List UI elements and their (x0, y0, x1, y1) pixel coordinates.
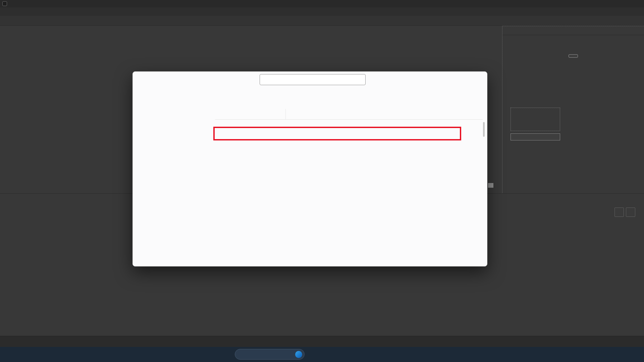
window-controls (598, 0, 644, 7)
resources-panel (502, 26, 644, 194)
hamburger-icon (140, 91, 145, 96)
menu-bar (0, 7, 644, 16)
task-manager-search-input[interactable] (260, 74, 366, 85)
bottom-tab-bar (0, 336, 644, 347)
table-header (215, 104, 483, 120)
bas-titlebar (0, 0, 644, 7)
annotation-highlight-box (213, 127, 461, 140)
log-menu-button[interactable] (626, 207, 635, 217)
close-button[interactable] (629, 0, 644, 7)
toolbar (0, 16, 644, 26)
scrollbar-grip[interactable] (488, 183, 493, 188)
task-manager-window-controls (441, 72, 487, 86)
system-tray[interactable] (591, 352, 612, 357)
minimize-button[interactable] (441, 72, 456, 86)
search-icon (264, 77, 269, 82)
volume-icon (599, 352, 604, 357)
bas-app-icon (2, 1, 7, 6)
resource-dropzone[interactable] (511, 108, 560, 131)
resources-panel-title (502, 26, 644, 35)
tray-expand-icon[interactable] (567, 352, 572, 357)
close-button[interactable] (472, 72, 487, 86)
divider (285, 109, 286, 119)
main-settings-button[interactable] (511, 133, 560, 140)
task-manager-window (132, 71, 487, 266)
search-icon (239, 352, 244, 357)
taskbar-search[interactable] (235, 349, 305, 360)
hamburger-icon (628, 210, 633, 215)
screen (0, 0, 644, 362)
task-manager-app-icon (142, 76, 148, 82)
wifi-icon (591, 352, 596, 357)
minimize-button[interactable] (598, 0, 613, 7)
log-search-button[interactable] (614, 207, 624, 217)
bing-icon (295, 351, 302, 358)
search-icon (617, 210, 622, 215)
taskbar (0, 347, 644, 362)
maximize-button[interactable] (613, 0, 629, 7)
create-resource-button[interactable] (569, 54, 578, 58)
battery-icon (607, 352, 612, 357)
scrollbar-thumb[interactable] (483, 122, 485, 137)
navigation-menu-button[interactable] (137, 88, 148, 99)
maximize-button[interactable] (456, 72, 472, 86)
